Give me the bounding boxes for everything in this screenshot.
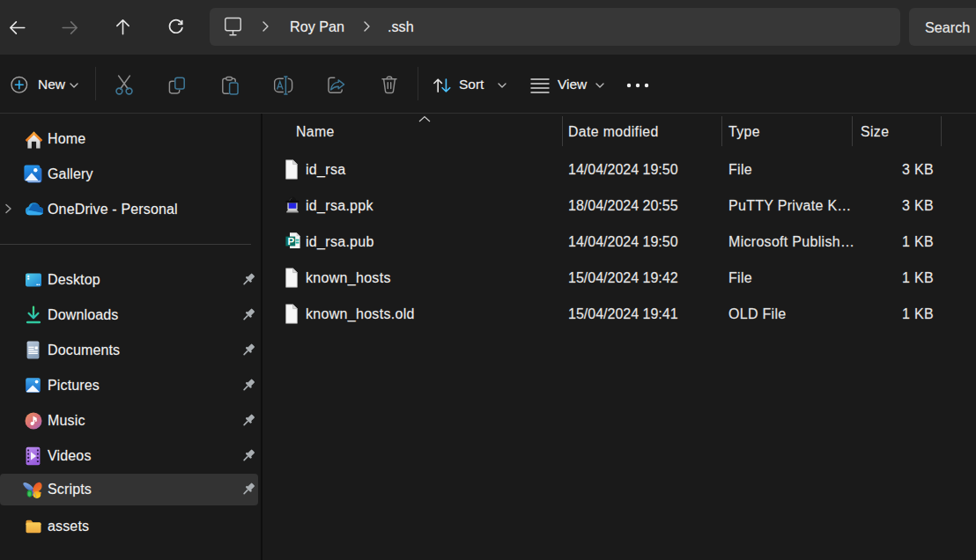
- svg-text:P: P: [288, 236, 295, 247]
